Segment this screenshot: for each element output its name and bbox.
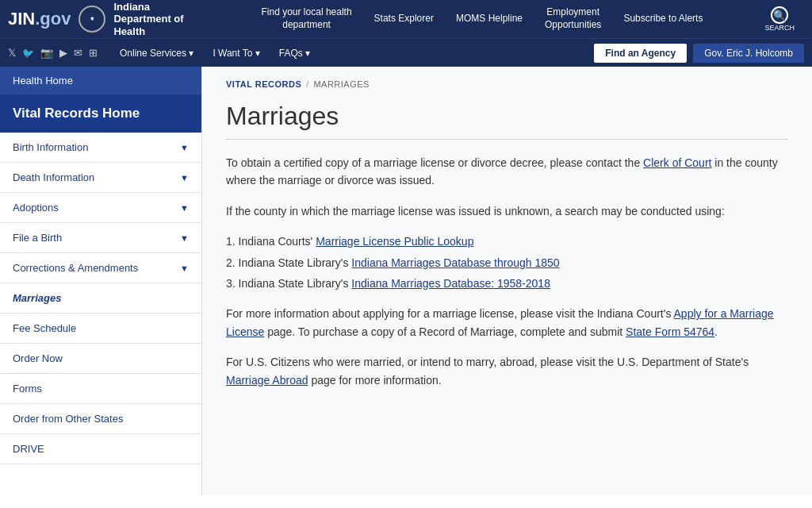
idh-seal: ⚜ [79,6,105,33]
logo-area[interactable]: JIN.gov ⚜ Indiana Department of Health [8,1,209,38]
sidebar-item-forms[interactable]: Forms [0,374,201,404]
sidebar: Health Home Vital Records Home Birth Inf… [0,67,202,495]
top-nav-links: Find your local healthdepartment Stats E… [209,0,755,37]
breadcrumb: VITAL RECORDS / MARRIAGES [226,79,788,89]
title-divider [226,139,788,140]
find-health-link[interactable]: Find your local healthdepartment [251,0,363,37]
sidebar-item-corrections[interactable]: Corrections & Amendments ▼ [0,253,201,283]
twitter-bird-icon[interactable]: 🐦 [22,48,34,59]
paragraph-1: To obtain a certified copy of a marriage… [226,154,781,190]
paragraph-4: For U.S. Citizens who were married, or i… [226,353,781,389]
paragraph-3: For more information about applying for … [226,305,781,341]
chevron-down-icon: ▼ [180,233,189,243]
breadcrumb-separator: / [306,79,308,89]
sidebar-item-order-now[interactable]: Order Now [0,344,201,374]
youtube-icon[interactable]: ▶ [59,47,67,59]
chevron-down-icon: ▼ [180,173,189,183]
faqs-link[interactable]: FAQs ▾ [270,43,320,64]
search-icon: 🔍 [771,6,788,24]
governor-button[interactable]: Gov. Eric J. Holcomb [693,44,804,63]
employment-link[interactable]: EmploymentOpportunities [534,0,612,37]
chevron-down-icon: ▼ [180,264,189,273]
marriages-db-1958-link[interactable]: Indiana Marriages Database: 1958-2018 [351,277,550,290]
moms-helpline-link[interactable]: MOMS Helpline [445,6,534,32]
marriage-abroad-link[interactable]: Marriage Abroad [226,374,308,387]
list-item-2: 2. Indiana State Library's Indiana Marri… [226,254,781,271]
second-nav-links: Online Services ▾ I Want To ▾ FAQs ▾ [110,43,594,64]
state-form-link[interactable]: State Form 54764 [626,325,714,338]
sidebar-vital-records-home[interactable]: Vital Records Home [0,94,201,133]
email-icon[interactable]: ✉ [74,47,82,59]
sidebar-item-birth-info[interactable]: Birth Information ▼ [0,133,201,163]
online-services-link[interactable]: Online Services ▾ [110,43,203,64]
content-body: To obtain a certified copy of a marriage… [226,154,781,389]
main-content: VITAL RECORDS / MARRIAGES Marriages To o… [202,67,812,495]
search-options-list: 1. Indiana Courts' Marriage License Publ… [226,233,781,292]
sidebar-item-death-info[interactable]: Death Information ▼ [0,163,201,193]
sidebar-health-home[interactable]: Health Home [0,67,201,94]
sidebar-item-fee-schedule[interactable]: Fee Schedule [0,314,201,344]
main-layout: Health Home Vital Records Home Birth Inf… [0,67,812,495]
i-want-to-link[interactable]: I Want To ▾ [203,43,269,64]
sidebar-item-adoptions[interactable]: Adoptions ▼ [0,193,201,223]
clerk-of-court-link[interactable]: Clerk of Court [643,156,711,169]
sidebar-item-file-birth[interactable]: File a Birth ▼ [0,223,201,253]
jin-logo: JIN.gov [8,9,71,29]
chevron-down-icon: ▼ [180,143,189,152]
find-agency-button[interactable]: Find an Agency [594,44,687,63]
marriages-db-1850-link[interactable]: Indiana Marriages Database through 1850 [351,256,559,269]
twitter-icon[interactable]: 𝕏 [8,47,16,59]
sidebar-item-marriages[interactable]: Marriages [0,283,201,314]
list-item-1: 1. Indiana Courts' Marriage License Publ… [226,233,781,250]
department-name: Indiana Department of Health [113,1,209,38]
page-title: Marriages [226,102,788,131]
search-button[interactable]: 🔍 SEARCH [755,0,804,38]
list-item-3: 3. Indiana State Library's Indiana Marri… [226,275,781,292]
search-label: SEARCH [764,24,795,32]
social-icons: 𝕏 🐦 📷 ▶ ✉ ⊞ [8,47,98,59]
second-nav-right: Find an Agency Gov. Eric J. Holcomb [594,44,804,63]
subscribe-alerts-link[interactable]: Subscribe to Alerts [612,6,714,32]
breadcrumb-current: MARRIAGES [313,79,370,89]
sidebar-item-order-other-states[interactable]: Order from Other States [0,404,201,434]
breadcrumb-vital-records[interactable]: VITAL RECORDS [226,79,301,89]
rss-icon[interactable]: ⊞ [89,47,98,59]
instagram-icon[interactable]: 📷 [40,47,53,59]
paragraph-2: If the county in which the marriage lice… [226,202,781,220]
marriage-lookup-link[interactable]: Marriage License Public Lookup [316,235,473,248]
top-navigation: JIN.gov ⚜ Indiana Department of Health F… [0,0,812,38]
chevron-down-icon: ▼ [180,203,189,213]
second-navigation: 𝕏 🐦 📷 ▶ ✉ ⊞ Online Services ▾ I Want To … [0,38,812,67]
stats-explorer-link[interactable]: Stats Explorer [363,6,445,32]
sidebar-item-drive[interactable]: DRIVE [0,434,201,464]
